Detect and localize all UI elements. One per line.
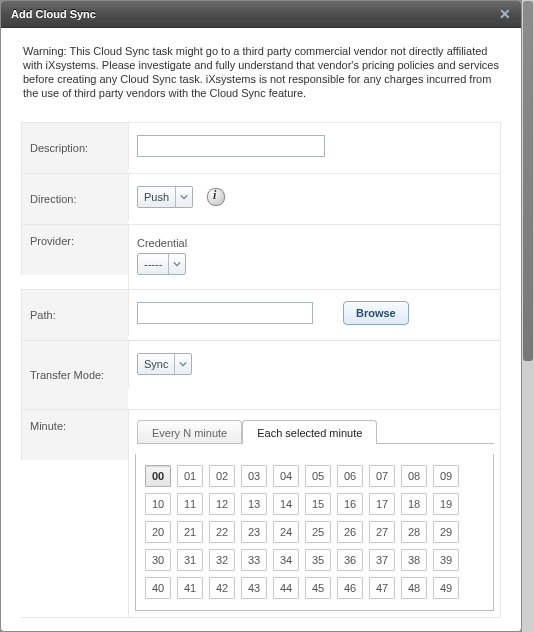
- minute-cell-12[interactable]: 12: [209, 493, 235, 515]
- scroll-thumb[interactable]: [523, 1, 533, 361]
- minute-cell-07[interactable]: 07: [369, 465, 395, 487]
- minute-cell-37[interactable]: 37: [369, 549, 395, 571]
- minute-cell-04[interactable]: 04: [273, 465, 299, 487]
- minute-cell-45[interactable]: 45: [305, 577, 331, 599]
- minute-cell-33[interactable]: 33: [241, 549, 267, 571]
- minute-cell-01[interactable]: 01: [177, 465, 203, 487]
- minute-cell-34[interactable]: 34: [273, 549, 299, 571]
- close-icon[interactable]: ✕: [499, 6, 511, 22]
- minute-cell-46[interactable]: 46: [337, 577, 363, 599]
- transfer-mode-value: Sync: [138, 358, 174, 370]
- minute-cell-30[interactable]: 30: [145, 549, 171, 571]
- minute-cell-36[interactable]: 36: [337, 549, 363, 571]
- direction-value: Push: [138, 191, 175, 203]
- minute-cell-13[interactable]: 13: [241, 493, 267, 515]
- minute-cell-05[interactable]: 05: [305, 465, 331, 487]
- credential-value: -----: [138, 258, 168, 270]
- minute-cell-49[interactable]: 49: [433, 577, 459, 599]
- minute-cell-26[interactable]: 26: [337, 521, 363, 543]
- label-description: Description:: [21, 122, 128, 173]
- label-minute: Minute:: [21, 409, 128, 460]
- minute-cell-21[interactable]: 21: [177, 521, 203, 543]
- minute-grid: 0001020304050607080910111213141516171819…: [142, 462, 487, 602]
- label-transfer-mode: Transfer Mode:: [21, 340, 128, 409]
- minute-cell-10[interactable]: 10: [145, 493, 171, 515]
- minute-cell-41[interactable]: 41: [177, 577, 203, 599]
- minute-cell-32[interactable]: 32: [209, 549, 235, 571]
- minute-cell-40[interactable]: 40: [145, 577, 171, 599]
- minute-cell-22[interactable]: 22: [209, 521, 235, 543]
- minute-cell-17[interactable]: 17: [369, 493, 395, 515]
- chevron-down-icon: [175, 187, 192, 207]
- dialog-title: Add Cloud Sync: [11, 8, 96, 20]
- minute-cell-18[interactable]: 18: [401, 493, 427, 515]
- tab-each-selected-minute[interactable]: Each selected minute: [242, 420, 377, 444]
- minute-cell-00[interactable]: 00: [145, 465, 171, 487]
- minute-cell-39[interactable]: 39: [433, 549, 459, 571]
- minute-cell-28[interactable]: 28: [401, 521, 427, 543]
- transfer-mode-select[interactable]: Sync: [137, 353, 192, 375]
- label-direction: Direction:: [21, 173, 128, 224]
- warning-text: Warning: This Cloud Sync task might go t…: [23, 44, 499, 100]
- dialog-window: Add Cloud Sync ✕ Warning: This Cloud Syn…: [0, 0, 522, 632]
- minute-cell-38[interactable]: 38: [401, 549, 427, 571]
- minute-cell-16[interactable]: 16: [337, 493, 363, 515]
- minute-cell-15[interactable]: 15: [305, 493, 331, 515]
- info-icon[interactable]: [207, 188, 225, 206]
- minute-cell-24[interactable]: 24: [273, 521, 299, 543]
- minute-tabs: Every N minute Each selected minute: [137, 416, 494, 444]
- minute-panel: 0001020304050607080910111213141516171819…: [135, 454, 494, 611]
- minute-cell-08[interactable]: 08: [401, 465, 427, 487]
- minute-cell-11[interactable]: 11: [177, 493, 203, 515]
- label-path: Path:: [21, 289, 128, 340]
- chevron-down-icon: [174, 354, 191, 374]
- path-input[interactable]: [137, 302, 313, 324]
- page-scrollbar[interactable]: [522, 0, 534, 632]
- minute-cell-42[interactable]: 42: [209, 577, 235, 599]
- direction-select[interactable]: Push: [137, 186, 193, 208]
- minute-cell-27[interactable]: 27: [369, 521, 395, 543]
- minute-cell-29[interactable]: 29: [433, 521, 459, 543]
- minute-cell-20[interactable]: 20: [145, 521, 171, 543]
- minute-cell-47[interactable]: 47: [369, 577, 395, 599]
- label-provider: Provider:: [21, 224, 128, 275]
- minute-cell-31[interactable]: 31: [177, 549, 203, 571]
- minute-cell-06[interactable]: 06: [337, 465, 363, 487]
- browse-button[interactable]: Browse: [343, 301, 409, 325]
- minute-cell-14[interactable]: 14: [273, 493, 299, 515]
- form: Description: Direction: Push Provider:: [21, 122, 501, 618]
- tab-every-n-minute[interactable]: Every N minute: [137, 420, 242, 444]
- minute-cell-09[interactable]: 09: [433, 465, 459, 487]
- description-input[interactable]: [137, 135, 325, 157]
- minute-cell-35[interactable]: 35: [305, 549, 331, 571]
- minute-cell-19[interactable]: 19: [433, 493, 459, 515]
- minute-cell-02[interactable]: 02: [209, 465, 235, 487]
- chevron-down-icon: [168, 254, 185, 274]
- label-credential: Credential: [137, 237, 187, 249]
- titlebar: Add Cloud Sync ✕: [1, 1, 521, 28]
- minute-cell-03[interactable]: 03: [241, 465, 267, 487]
- credential-select[interactable]: -----: [137, 253, 186, 275]
- minute-cell-48[interactable]: 48: [401, 577, 427, 599]
- minute-cell-25[interactable]: 25: [305, 521, 331, 543]
- minute-cell-23[interactable]: 23: [241, 521, 267, 543]
- minute-cell-43[interactable]: 43: [241, 577, 267, 599]
- minute-cell-44[interactable]: 44: [273, 577, 299, 599]
